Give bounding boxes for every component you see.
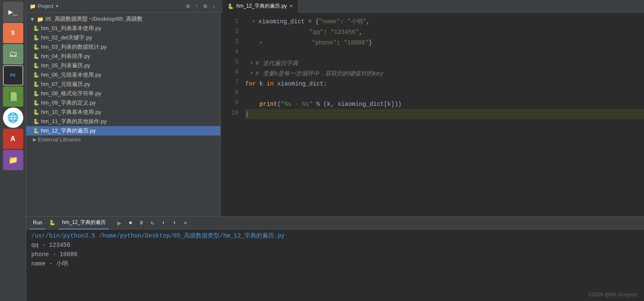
tree-item-hm03[interactable]: 🐍 hm_03_列表的数据统计.py: [26, 42, 220, 52]
tab-label: hm_12_字典的遍历.py: [236, 3, 287, 10]
py-file-icon: 🐍: [33, 53, 39, 59]
software-icon[interactable]: A: [3, 129, 23, 149]
py-file-icon: 🐍: [33, 128, 39, 134]
sidebar: ▶_ S 🗂 PC 📗 🌐 A 📁: [0, 0, 26, 301]
tree-item-hm05[interactable]: 🐍 hm_05_列表遍历.py: [26, 61, 220, 70]
tree-item-hm12[interactable]: 🐍 hm_12_字典的遍历.py: [26, 126, 220, 135]
tree-item-external[interactable]: ▶ External Libraries: [26, 135, 220, 144]
output-path-line: /usr/bin/python3.5 /home/python/Desktop/…: [31, 231, 639, 240]
tab-py-icon: 🐍: [227, 3, 234, 9]
code-line-6: ▼ # 变量k是每一次循环中，获取到的键值对的key: [245, 69, 644, 79]
py-file-icon: 🐍: [33, 119, 39, 124]
tree-item-label: hm_04_列表排序.py: [41, 52, 90, 60]
file-tree: ▼ 📁 05_高级数据类型 ~/Desktop/05_高级数 🐍 hm_01_列…: [26, 13, 221, 216]
output-line-1: qq - 123456: [31, 240, 639, 250]
chrome-icon[interactable]: 🌐: [3, 108, 23, 128]
output-line-3: name - 小明: [31, 259, 639, 268]
books-icon[interactable]: 📗: [3, 86, 23, 107]
tree-item-hm01[interactable]: 🐍 hm_01_列表基本使用.py: [26, 24, 220, 33]
scratch-icon[interactable]: S: [3, 23, 23, 43]
py-file-icon: 🐍: [33, 63, 39, 69]
files-icon[interactable]: 🗂: [3, 44, 23, 64]
gear2-icon[interactable]: ⚙: [202, 2, 208, 11]
tree-root-folder-icon: 📁: [37, 16, 44, 22]
run-stop-button[interactable]: ■: [125, 218, 135, 228]
files2-icon[interactable]: 📁: [3, 150, 23, 170]
tree-item-label: hm_10_字典基本使用.py: [41, 108, 101, 116]
settings-icon[interactable]: ⚙: [184, 2, 191, 11]
folder-expand-icon: ▶: [33, 137, 36, 142]
run-scroll-up-button[interactable]: ⬆: [158, 218, 168, 228]
project-label: 📁 Project ▼: [30, 3, 59, 9]
line-numbers: 1 2 3 4 5 6 7 8 9 10: [221, 13, 242, 216]
tree-item-label: hm_02_del关键字.py: [41, 34, 92, 41]
py-file-icon: 🐍: [33, 44, 39, 50]
code-line-2: "qq": "123456",: [245, 27, 644, 37]
tree-item-hm10[interactable]: 🐍 hm_10_字典基本使用.py: [26, 108, 220, 117]
code-content[interactable]: ▼ xiaoming_dict = {"name": "小明", "qq": "…: [242, 13, 644, 216]
tree-item-hm02[interactable]: 🐍 hm_02_del关键字.py: [26, 33, 220, 42]
bottom-tab-file[interactable]: hm_12_字典的遍历: [59, 217, 109, 229]
up-icon[interactable]: ↑: [193, 2, 200, 11]
tree-root[interactable]: ▼ 📁 05_高级数据类型 ~/Desktop/05_高级数: [26, 14, 220, 24]
pycharm-icon[interactable]: PC: [3, 65, 23, 86]
code-line-5: ▼ # 迭代遍历字典: [245, 58, 644, 69]
bottom-tabs: Run 🐍 hm_12_字典的遍历 ▶ ■ ⏸ ↻ ⬆ ⬇ ✕: [26, 217, 644, 229]
top-bar-left: 📁 Project ▼ ⚙ ↑ ⚙ ↓: [26, 2, 221, 11]
split-panel: ▼ 📁 05_高级数据类型 ~/Desktop/05_高级数 🐍 hm_01_列…: [26, 13, 644, 216]
tab-close-icon[interactable]: ✕: [289, 3, 293, 9]
project-text: Project: [38, 3, 53, 9]
tree-item-label: hm_11_字典的其他操作.py: [41, 118, 107, 125]
py-file-icon: 🐍: [33, 91, 39, 97]
project-dropdown-icon[interactable]: ▼: [55, 4, 59, 8]
output-area: /usr/bin/python3.5 /home/python/Desktop/…: [26, 229, 644, 301]
tab-bar: 🐍 hm_12_字典的遍历.py ✕: [221, 0, 644, 13]
project-folder-icon: 📁: [30, 3, 36, 9]
run-pause-button[interactable]: ⏸: [136, 218, 146, 228]
output-text-1: qq - 123456: [31, 240, 70, 250]
py-file-icon: 🐍: [33, 72, 39, 78]
code-line-10[interactable]: |: [245, 109, 644, 119]
output-path: /usr/bin/python3.5 /home/python/Desktop/…: [31, 231, 285, 240]
watermark: CSDN @KK-Greyson: [589, 292, 637, 298]
py-file-icon: 🐍: [33, 25, 39, 31]
top-bar: 📁 Project ▼ ⚙ ↑ ⚙ ↓ 🐍 hm_12_字典的遍历.py ✕: [26, 0, 644, 13]
code-line-4: [245, 48, 644, 58]
tree-item-label: hm_05_列表遍历.py: [41, 62, 90, 69]
terminal-icon[interactable]: ▶_: [3, 2, 23, 22]
bottom-panel: Run 🐍 hm_12_字典的遍历 ▶ ■ ⏸ ↻ ⬆ ⬇ ✕ /usr/bin…: [26, 216, 644, 301]
code-line-7: for k in xiaoming_dict:: [245, 79, 644, 89]
tree-item-label: hm_03_列表的数据统计.py: [41, 43, 107, 51]
tree-item-label: hm_06_元组基本使用.py: [41, 71, 101, 79]
external-libraries-label: External Libraries: [38, 136, 81, 143]
bottom-tab-run[interactable]: Run: [30, 217, 46, 229]
run-play-button[interactable]: ▶: [114, 218, 124, 228]
tree-item-label: hm_09_字典的定义.py: [41, 99, 96, 107]
code-line-9: print("%s - %s" % (k, xiaoming_dict[k])): [245, 99, 644, 109]
tree-item-label: hm_12_字典的遍历.py: [41, 127, 96, 135]
run-scroll-down-button[interactable]: ⬇: [169, 218, 179, 228]
top-bar-icons: ⚙ ↑ ⚙ ↓: [184, 2, 217, 11]
tree-item-hm08[interactable]: 🐍 hm_08_格式化字符串.py: [26, 89, 220, 98]
run-controls: ▶ ■ ⏸ ↻ ⬆ ⬇ ✕: [114, 218, 190, 228]
tree-item-label: hm_08_格式化字符串.py: [41, 90, 101, 97]
tree-item-hm06[interactable]: 🐍 hm_06_元组基本使用.py: [26, 70, 220, 80]
code-editor[interactable]: 1 2 3 4 5 6 7 8 9 10 ▼ xiaoming_dict = {…: [221, 13, 644, 216]
py-file-icon: 🐍: [33, 81, 39, 87]
run-rerun-button[interactable]: ↻: [147, 218, 157, 228]
tree-root-label: 05_高级数据类型 ~/Desktop/05_高级数: [45, 15, 143, 23]
output-text-2: phone - 10086: [31, 250, 77, 259]
down-icon[interactable]: ↓: [211, 2, 217, 11]
code-area: 1 2 3 4 5 6 7 8 9 10 ▼ xiaoming_dict = {…: [221, 13, 644, 216]
tree-item-hm04[interactable]: 🐍 hm_04_列表排序.py: [26, 52, 220, 61]
py-file-icon: 🐍: [33, 109, 39, 115]
code-line-3: ▼ "phone": "10086"}: [245, 37, 644, 48]
py-file-icon: 🐍: [33, 100, 39, 106]
active-tab[interactable]: 🐍 hm_12_字典的遍历.py ✕: [222, 0, 299, 13]
tree-item-hm07[interactable]: 🐍 hm_07_元组遍历.py: [26, 80, 220, 89]
run-close-button[interactable]: ✕: [180, 218, 190, 228]
main-content: 📁 Project ▼ ⚙ ↑ ⚙ ↓ 🐍 hm_12_字典的遍历.py ✕ ▼: [26, 0, 644, 301]
tree-item-label: hm_01_列表基本使用.py: [41, 25, 101, 32]
tree-item-hm11[interactable]: 🐍 hm_11_字典的其他操作.py: [26, 117, 220, 126]
tree-item-hm09[interactable]: 🐍 hm_09_字典的定义.py: [26, 98, 220, 108]
